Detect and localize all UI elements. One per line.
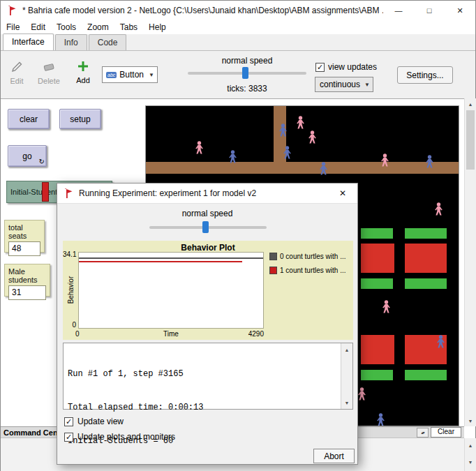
go-button[interactable]: go ↻ (8, 145, 47, 167)
update-plots-label: Update plots and monitors (77, 432, 175, 442)
scroll-up-icon[interactable]: ▲ (465, 440, 476, 451)
update-view-checkbox[interactable]: ✓ (64, 417, 73, 426)
male-students-monitor: Male students 31 (4, 264, 50, 297)
add-widget-button[interactable]: Add (67, 61, 99, 84)
window-titlebar[interactable]: * Bahria cafe model version 2 - NetLogo … (1, 1, 475, 21)
male-students-label: Male students (5, 264, 50, 284)
output-line: Total elapsed time: 0:00:13 (68, 402, 337, 413)
x-min-label: 0 (75, 330, 80, 338)
student-turtle-pink (296, 116, 305, 129)
scroll-up-icon[interactable]: ▲ (341, 344, 352, 355)
legend-label: 0 count turtles with ... (280, 253, 346, 260)
speed-slider-thumb[interactable] (242, 67, 248, 79)
edit-widget-label: Edit (1, 77, 33, 85)
delete-widget-label: Delete (33, 77, 65, 85)
update-mode-dropdown[interactable]: continuous ▼ (315, 77, 373, 92)
scroll-down-icon[interactable]: ▼ (465, 415, 476, 426)
output-scrollbar[interactable]: ▲ ▼ (341, 343, 352, 409)
experiment-output[interactable]: Run #1 of 1, step #3165 Total elapsed ti… (63, 343, 353, 410)
clear-button[interactable]: clear (8, 109, 50, 129)
netlogo-logo-icon (63, 188, 74, 199)
clear-button-label: clear (20, 114, 38, 124)
check-icon: ✓ (66, 418, 72, 426)
y-axis-label: Behavior (67, 269, 75, 312)
close-button[interactable]: ✕ (445, 1, 475, 20)
table-green (361, 228, 393, 239)
student-turtle-pink (382, 300, 391, 313)
table-red (361, 244, 394, 273)
speed-label: normal speed (188, 56, 306, 66)
scrollbar-thumb[interactable] (466, 110, 475, 170)
command-center-scrollbar[interactable]: ▲ ▼ (464, 438, 476, 471)
pencil-icon (11, 63, 23, 75)
abort-button[interactable]: Abort (313, 449, 355, 463)
student-turtle-pink (357, 387, 366, 401)
caret-down-icon: ▼ (146, 72, 157, 78)
command-center-expand-icon[interactable]: ▴▾ (417, 428, 429, 438)
edit-widget-button[interactable]: Edit (1, 61, 33, 85)
caret-down-icon: ▼ (362, 82, 373, 88)
student-turtle-pink (434, 202, 443, 216)
total-seats-value: 48 (8, 241, 40, 256)
behavior-plot: Behavior Plot 34.1 0 Behavior 0 Time 429… (63, 241, 353, 340)
add-widget-label: Add (67, 76, 99, 84)
update-view-label: Update view (77, 417, 124, 426)
view-updates-checkbox[interactable]: ✓ (315, 63, 325, 72)
menu-tools[interactable]: Tools (51, 22, 82, 32)
settings-label: Settings... (406, 70, 443, 80)
dialog-titlebar[interactable]: Running Experiment: experiment 1 for mod… (57, 184, 357, 204)
plot-title: Behavior Plot (63, 243, 353, 253)
widget-type-value: Button (119, 70, 144, 80)
total-seats-monitor: total seats 48 (4, 220, 45, 253)
minimize-button[interactable]: — (383, 1, 414, 20)
table-green (361, 278, 393, 289)
scroll-down-icon[interactable]: ▼ (341, 397, 352, 408)
widget-type-dropdown[interactable]: abc Button ▼ (102, 66, 158, 83)
dialog-close-button[interactable]: ✕ (328, 184, 357, 203)
table-green (361, 370, 393, 380)
scroll-down-icon[interactable]: ▼ (465, 456, 476, 468)
menu-tabs[interactable]: Tabs (114, 22, 143, 32)
student-turtle-blue (376, 413, 385, 426)
settings-button[interactable]: Settings... (397, 66, 453, 84)
netlogo-logo-icon (6, 5, 17, 16)
menu-file[interactable]: File (1, 22, 25, 32)
table-red (405, 244, 447, 273)
eraser-icon (43, 63, 55, 75)
legend-swatch-red (269, 267, 277, 274)
maximize-button[interactable]: □ (414, 1, 445, 20)
dialog-title: Running Experiment: experiment 1 for mod… (79, 188, 328, 198)
total-seats-label: total seats (5, 220, 44, 240)
table-red (361, 335, 394, 364)
student-turtle-blue (436, 335, 445, 348)
window-title: * Bahria cafe model version 2 - NetLogo … (22, 6, 383, 15)
menu-help[interactable]: Help (143, 22, 172, 32)
running-experiment-dialog: Running Experiment: experiment 1 for mod… (57, 183, 358, 465)
menubar: File Edit Tools Zoom Tabs Help (1, 20, 475, 34)
interface-toolbar: Edit Delete Add abc Button ▼ normal spee… (1, 51, 475, 99)
legend-label: 1 count turtles with ... (280, 267, 346, 274)
initial-students-slider-label: Initial-Students (10, 188, 61, 196)
output-line: Run #1 of 1, step #3165 (68, 368, 337, 380)
tab-info[interactable]: Info (55, 34, 87, 50)
scroll-up-icon[interactable]: ▲ (465, 98, 476, 110)
dialog-speed-slider-thumb[interactable] (202, 221, 209, 233)
legend-swatch-gray (269, 253, 277, 260)
command-center-clear-button[interactable]: Clear (431, 427, 461, 438)
student-turtle-pink (308, 130, 317, 144)
menu-zoom[interactable]: Zoom (82, 22, 114, 32)
student-turtle-blue (283, 146, 292, 159)
plot-area (78, 252, 264, 329)
y-min-label: 0 (63, 321, 76, 329)
tab-interface[interactable]: Interface (3, 33, 54, 50)
setup-button[interactable]: setup (59, 109, 101, 129)
dialog-speed-label: normal speed (57, 209, 357, 218)
main-vertical-scrollbar[interactable]: ▲ ▼ (464, 98, 476, 426)
slider-handle[interactable] (42, 182, 49, 202)
update-plots-checkbox[interactable]: ✓ (64, 433, 73, 442)
y-max-label: 34.1 (63, 251, 76, 258)
delete-widget-button[interactable]: Delete (33, 61, 65, 85)
tab-code[interactable]: Code (89, 34, 127, 50)
menu-edit[interactable]: Edit (25, 22, 51, 32)
table-green (405, 278, 447, 289)
